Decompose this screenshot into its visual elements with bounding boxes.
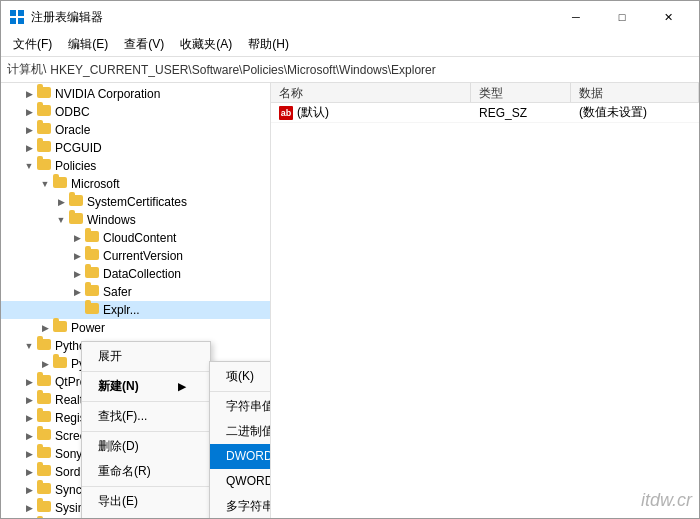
svg-rect-2 [10, 18, 16, 24]
tree-item-odbc[interactable]: ▶ ODBC [1, 103, 270, 121]
context-menu-delete[interactable]: 删除(D) [82, 434, 210, 459]
folder-icon [69, 213, 85, 227]
expand-icon: ▶ [37, 320, 53, 336]
reg-name-label: (默认) [297, 104, 329, 121]
folder-icon [85, 303, 101, 317]
expand-icon: ▶ [69, 248, 85, 264]
menu-item[interactable]: 帮助(H) [240, 34, 297, 55]
expand-icon: ▶ [21, 446, 37, 462]
expand-icon: ▶ [21, 392, 37, 408]
context-menu-permissions[interactable]: 权限(P)... [82, 514, 210, 518]
context-menu-find[interactable]: 查找(F)... [82, 404, 210, 429]
folder-icon [37, 411, 53, 425]
submenu-key[interactable]: 项(K) [210, 364, 271, 389]
tree-item-pcguid[interactable]: ▶ PCGUID [1, 139, 270, 157]
col-data[interactable]: 数据 [571, 83, 699, 102]
tree-item-label: PCGUID [55, 141, 102, 155]
context-menu-export[interactable]: 导出(E) [82, 489, 210, 514]
folder-icon [85, 249, 101, 263]
tree-item-label: Safer [103, 285, 132, 299]
svg-rect-3 [18, 18, 24, 24]
tree-item-label: Power [71, 321, 105, 335]
expand-icon: ▶ [21, 86, 37, 102]
tree-item-explorer[interactable]: Explr... [1, 301, 270, 319]
rename-label: 重命名(R) [98, 463, 151, 480]
watermark: itdw.cr [641, 490, 692, 511]
menu-item[interactable]: 查看(V) [116, 34, 172, 55]
expand-icon: ▶ [69, 230, 85, 246]
menu-item[interactable]: 收藏夹(A) [172, 34, 240, 55]
export-label: 导出(E) [98, 493, 138, 510]
detail-pane: 名称 类型 数据 ab (默认) REG_SZ (数值未设置) [271, 83, 699, 518]
delete-label: 删除(D) [98, 438, 139, 455]
submenu-key-label: 项(K) [226, 369, 254, 383]
expand-icon: ▶ [21, 428, 37, 444]
close-button[interactable]: ✕ [645, 1, 691, 33]
detail-rows: ab (默认) REG_SZ (数值未设置) [271, 103, 699, 518]
svg-rect-1 [18, 10, 24, 16]
folder-icon [37, 465, 53, 479]
folder-icon [37, 141, 53, 155]
separator4 [82, 486, 210, 487]
context-menu-rename[interactable]: 重命名(R) [82, 459, 210, 484]
submenu-string[interactable]: 字符串值(S) [210, 394, 271, 419]
folder-icon [37, 159, 53, 173]
folder-icon [53, 321, 69, 335]
expand-icon: ▶ [21, 482, 37, 498]
expand-icon: ▼ [37, 176, 53, 192]
tree-item-currentversion[interactable]: ▶ CurrentVersion [1, 247, 270, 265]
tree-item-safer[interactable]: ▶ Safer [1, 283, 270, 301]
folder-icon [37, 429, 53, 443]
tree-item-datacollection[interactable]: ▶ DataCollection [1, 265, 270, 283]
menu-item[interactable]: 文件(F) [5, 34, 60, 55]
separator3 [82, 431, 210, 432]
expand-icon: ▶ [21, 464, 37, 480]
tree-item-systemcerts[interactable]: ▶ SystemCertificates [1, 193, 270, 211]
tree-item-oracle[interactable]: ▶ Oracle [1, 121, 270, 139]
detail-row[interactable]: ab (默认) REG_SZ (数值未设置) [271, 103, 699, 123]
folder-icon [37, 87, 53, 101]
col-name[interactable]: 名称 [271, 83, 471, 102]
sep [210, 391, 271, 392]
folder-icon [37, 501, 53, 515]
context-menu-new[interactable]: 新建(N) ▶ [82, 374, 210, 399]
menu-bar: 文件(F)编辑(E)查看(V)收藏夹(A)帮助(H) [1, 33, 699, 57]
detail-header: 名称 类型 数据 [271, 83, 699, 103]
tree-item-windows[interactable]: ▼ Windows [1, 211, 270, 229]
folder-icon [37, 105, 53, 119]
expand-icon: ▶ [69, 266, 85, 282]
address-path: HKEY_CURRENT_USER\Software\Policies\Micr… [50, 63, 435, 77]
submenu-binary[interactable]: 二进制值(B) [210, 419, 271, 444]
col-type[interactable]: 类型 [471, 83, 571, 102]
submenu: 项(K) 字符串值(S) 二进制值(B) DWORD (32 位)值(D) QW… [209, 361, 271, 518]
folder-icon [37, 123, 53, 137]
tree-item-power[interactable]: ▶ Power [1, 319, 270, 337]
tree-pane[interactable]: ▶ NVIDIA Corporation ▶ ODBC ▶ Oracle ▶ P… [1, 83, 271, 518]
expand-label: 展开 [98, 348, 122, 365]
folder-icon [85, 231, 101, 245]
tree-item-cloudcontent[interactable]: ▶ CloudContent [1, 229, 270, 247]
submenu-qword[interactable]: QWORD (64 位)值(Q) [210, 469, 271, 494]
tree-item-label: ODBC [55, 105, 90, 119]
submenu-string-label: 字符串值(S) [226, 399, 271, 413]
folder-icon [37, 483, 53, 497]
title-bar: 注册表编辑器 ─ □ ✕ [1, 1, 699, 33]
address-label: 计算机\ [7, 61, 46, 78]
tree-item-label: Microsoft [71, 177, 120, 191]
window-title: 注册表编辑器 [31, 9, 553, 26]
minimize-button[interactable]: ─ [553, 1, 599, 33]
context-menu-expand[interactable]: 展开 [82, 344, 210, 369]
detail-cell-name: ab (默认) [271, 104, 471, 121]
tree-item-microsoft[interactable]: ▼ Microsoft [1, 175, 270, 193]
tree-item-label: NVIDIA Corporation [55, 87, 160, 101]
tree-item-nvidia[interactable]: ▶ NVIDIA Corporation [1, 85, 270, 103]
submenu-dword[interactable]: DWORD (32 位)值(D) [210, 444, 271, 469]
address-bar: 计算机\ HKEY_CURRENT_USER\Software\Policies… [1, 57, 699, 83]
tree-item-label: DataCollection [103, 267, 181, 281]
submenu-qword-label: QWORD (64 位)值(Q) [226, 474, 271, 488]
maximize-button[interactable]: □ [599, 1, 645, 33]
folder-icon [37, 375, 53, 389]
tree-item-policies[interactable]: ▼ Policies [1, 157, 270, 175]
submenu-multistring[interactable]: 多字符串值(M) [210, 494, 271, 518]
menu-item[interactable]: 编辑(E) [60, 34, 116, 55]
